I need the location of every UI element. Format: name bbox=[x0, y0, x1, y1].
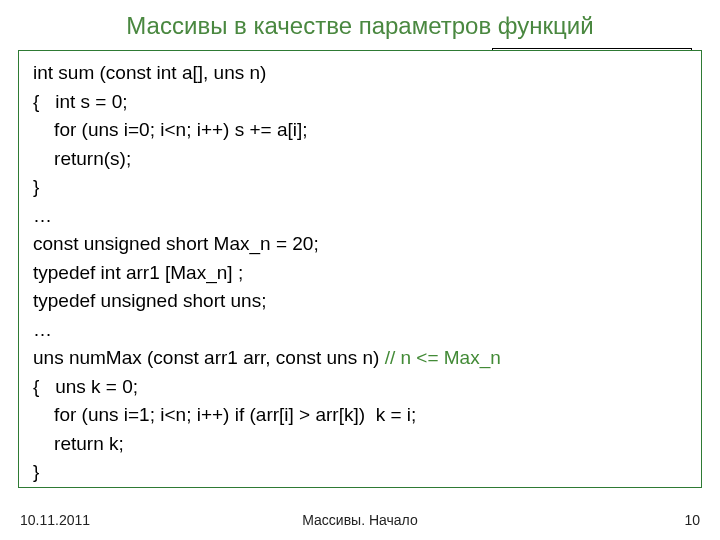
code-line: } bbox=[33, 173, 689, 202]
code-line: … bbox=[33, 316, 689, 345]
code-line: typedef unsigned short uns; bbox=[33, 287, 689, 316]
code-line: … bbox=[33, 202, 689, 231]
code-comment: // n <= Max_n bbox=[385, 347, 501, 368]
footer-center: Массивы. Начало bbox=[20, 512, 700, 528]
code-text: uns numMax (const arr1 arr, const uns n) bbox=[33, 347, 385, 368]
code-line: } bbox=[33, 458, 689, 487]
footer-date: 10.11.2011 bbox=[20, 512, 90, 528]
code-line: return(s); bbox=[33, 145, 689, 174]
slide-title: Массивы в качестве параметров функций bbox=[18, 12, 702, 40]
code-line: { int s = 0; bbox=[33, 88, 689, 117]
footer-page: 10 bbox=[684, 512, 700, 528]
code-line: { uns k = 0; bbox=[33, 373, 689, 402]
code-line: uns numMax (const arr1 arr, const uns n)… bbox=[33, 344, 689, 373]
code-line: for (uns i=0; i<n; i++) s += a[i]; bbox=[33, 116, 689, 145]
code-box: int sum (const int a[], uns n) { int s =… bbox=[18, 50, 702, 488]
code-line: const unsigned short Max_n = 20; bbox=[33, 230, 689, 259]
slide: Массивы в качестве параметров функций Пе… bbox=[0, 0, 720, 540]
footer: 10.11.2011 Массивы. Начало 10 bbox=[20, 512, 700, 528]
code-line: int sum (const int a[], uns n) bbox=[33, 59, 689, 88]
code-line: typedef int arr1 [Max_n] ; bbox=[33, 259, 689, 288]
code-line: for (uns i=1; i<n; i++) if (arr[i] > arr… bbox=[33, 401, 689, 430]
code-line: return k; bbox=[33, 430, 689, 459]
